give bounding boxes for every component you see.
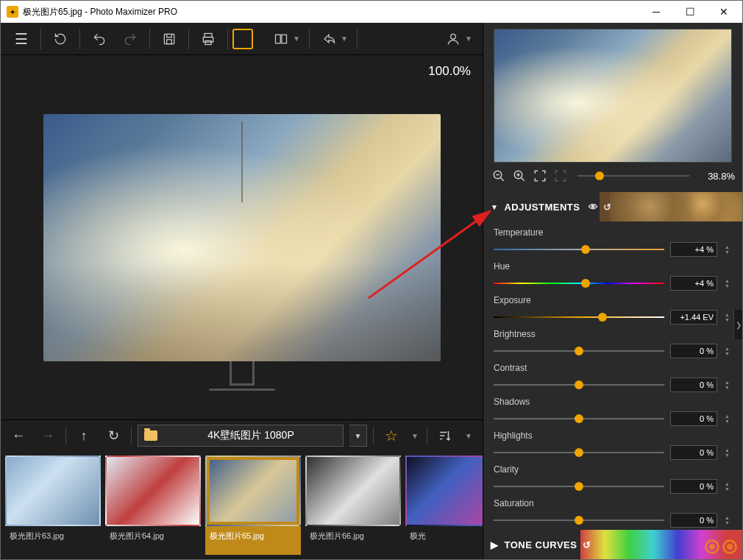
slider-track[interactable] <box>494 350 664 352</box>
folder-icon <box>144 430 157 441</box>
value-input[interactable]: 0 % <box>670 411 717 426</box>
slider-track[interactable] <box>494 384 664 386</box>
thumbnail-label: 极光 <box>405 526 483 545</box>
sort-button[interactable] <box>433 424 457 447</box>
panel-actions[interactable]: ↺ <box>583 539 591 550</box>
close-button[interactable]: ✕ <box>707 1 741 23</box>
thumbnail[interactable]: 极光图片66.jpg <box>305 456 401 555</box>
slider-knob[interactable] <box>581 245 590 254</box>
view-compare-button[interactable] <box>266 24 296 54</box>
thumbnail[interactable]: 极光图片63.jpg <box>5 456 101 555</box>
path-dropdown[interactable]: ▼ <box>349 425 367 447</box>
slider-knob[interactable] <box>575 347 583 355</box>
value-input[interactable]: +4 % <box>670 242 717 257</box>
value-stepper[interactable]: ▲▼ <box>725 414 732 424</box>
thumbnail-image <box>405 456 483 526</box>
save-button[interactable] <box>154 24 184 54</box>
tonecurves-header[interactable]: ▶ TONE CURVES ↺ <box>483 530 742 559</box>
value-stepper[interactable]: ▲▼ <box>725 312 732 322</box>
slider-knob[interactable] <box>581 279 590 288</box>
adjustment-highlights: Highlights 0 % ▲▼ <box>494 430 732 460</box>
slider-knob[interactable] <box>575 380 583 389</box>
nav-forward-button[interactable]: → <box>36 424 60 447</box>
print-button[interactable] <box>193 24 223 54</box>
svg-rect-1 <box>167 39 172 43</box>
value-input[interactable]: 0 % <box>670 378 717 392</box>
value-stepper[interactable]: ▲▼ <box>725 244 732 255</box>
path-input[interactable]: 4K壁纸图片 1080P <box>138 425 344 447</box>
slider-track[interactable] <box>494 249 664 250</box>
menu-button[interactable]: ☰ <box>7 24 36 54</box>
value-input[interactable]: 0 % <box>670 513 717 528</box>
value-stepper[interactable]: ▲▼ <box>725 481 732 492</box>
thumbnail[interactable]: 极光图片64.jpg <box>105 456 201 555</box>
slider-track[interactable] <box>494 486 664 487</box>
favorite-button[interactable]: ☆ <box>380 427 403 444</box>
slider-knob[interactable] <box>575 448 583 457</box>
minimize-button[interactable]: ─ <box>639 1 673 23</box>
monitor-stand-deco <box>168 361 316 391</box>
value-input[interactable]: 0 % <box>670 344 717 358</box>
thumbnail-label: 极光图片66.jpg <box>305 526 401 545</box>
value-input[interactable]: 0 % <box>670 479 717 494</box>
preview-image[interactable] <box>494 29 732 163</box>
preview-panel: 38.8% <box>483 23 742 192</box>
adjustment-temperature: Temperature +4 % ▲▼ <box>494 227 732 257</box>
preview-zoom-slider[interactable] <box>577 175 689 177</box>
slider-track[interactable] <box>494 520 664 521</box>
zoom-actual-button[interactable] <box>552 168 569 184</box>
value-stepper[interactable]: ▲▼ <box>725 380 732 390</box>
view-single-button[interactable] <box>232 29 253 49</box>
main-image[interactable] <box>43 114 441 361</box>
slider-track[interactable] <box>494 316 664 318</box>
thumbnail-image <box>5 456 101 526</box>
value-stepper[interactable]: ▲▼ <box>725 447 732 458</box>
nav-back-button[interactable]: ← <box>7 424 30 447</box>
redo-button[interactable] <box>115 24 145 54</box>
sort-dropdown[interactable]: ▼ <box>463 432 474 440</box>
value-input[interactable]: 0 % <box>670 445 717 460</box>
adjustment-label: Temperature <box>494 227 732 238</box>
maximize-button[interactable]: ☐ <box>673 1 707 23</box>
adjustment-brightness: Brightness 0 % ▲▼ <box>494 329 732 358</box>
view-compare-dropdown[interactable]: ▼ <box>293 35 300 43</box>
account-dropdown[interactable]: ▼ <box>465 35 472 43</box>
titlebar: ✦ 极光图片65.jpg - Photo Maximizer PRO ─ ☐ ✕ <box>1 1 742 23</box>
zoom-out-button[interactable] <box>491 168 507 184</box>
share-dropdown[interactable]: ▼ <box>341 35 348 43</box>
slider-track[interactable] <box>494 452 664 453</box>
revert-button[interactable] <box>46 24 75 54</box>
zoom-fit-button[interactable] <box>532 168 548 184</box>
value-stepper[interactable]: ▲▼ <box>725 346 732 356</box>
adjustment-label: Clarity <box>494 464 732 475</box>
svg-rect-4 <box>205 40 211 44</box>
zoom-in-button[interactable] <box>511 168 527 184</box>
adjustments-header[interactable]: ▼ ADJUSTMENTS 👁↺ <box>483 192 742 221</box>
expand-icon: ▶ <box>491 539 499 550</box>
nav-up-button[interactable]: ↑ <box>72 424 96 447</box>
preview-zoom-value: 38.8% <box>698 171 735 182</box>
slider-track[interactable] <box>494 283 664 284</box>
slider-track[interactable] <box>494 418 664 419</box>
favorite-dropdown[interactable]: ▼ <box>409 432 421 440</box>
thumbnail[interactable]: 极光图片65.jpg <box>205 456 301 555</box>
slider-knob[interactable] <box>575 516 583 525</box>
expand-panel-button[interactable]: ❯ <box>733 310 742 339</box>
svg-rect-0 <box>164 34 174 43</box>
value-input[interactable]: +4 % <box>670 276 717 291</box>
account-button[interactable] <box>438 24 468 54</box>
value-stepper[interactable]: ▲▼ <box>725 515 732 525</box>
value-input[interactable]: +1.44 EV <box>670 310 717 325</box>
panel-actions[interactable]: 👁↺ <box>589 202 611 213</box>
thumbnail-image <box>205 456 301 526</box>
slider-knob[interactable] <box>598 313 607 322</box>
slider-knob[interactable] <box>575 414 583 423</box>
window-title: 极光图片65.jpg - Photo Maximizer PRO <box>23 6 639 18</box>
adjustment-label: Hue <box>494 261 732 272</box>
share-button[interactable] <box>314 24 344 54</box>
value-stepper[interactable]: ▲▼ <box>725 278 732 288</box>
undo-button[interactable] <box>85 24 114 54</box>
nav-refresh-button[interactable]: ↻ <box>102 424 125 447</box>
thumbnail[interactable]: 极光 <box>405 456 483 555</box>
slider-knob[interactable] <box>575 482 583 491</box>
